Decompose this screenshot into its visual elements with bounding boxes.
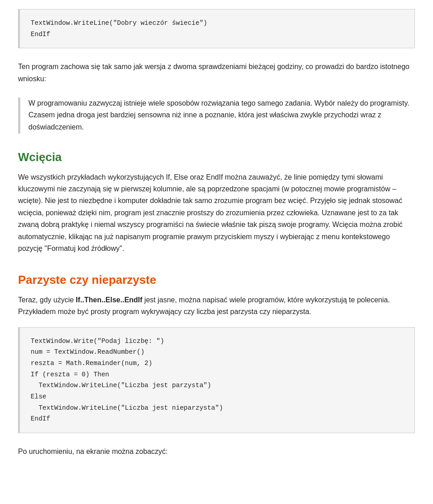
section-parzyste-body-prefix: Teraz, gdy użycie (18, 296, 76, 304)
section-parzyste-body-bold: If..Then..Else..EndIf (76, 296, 143, 304)
intro-paragraph: Ten program zachowa się tak samo jak wer… (18, 61, 415, 85)
section-parzyste: Parzyste czy nieparzyste Teraz, gdy użyc… (18, 271, 415, 318)
blockquote-container: W programowaniu zazwyczaj istnieje wiele… (18, 97, 415, 134)
section-wcięcia: Wcięcia We wszystkich przykładach wykorz… (18, 148, 415, 254)
page-container: TextWindow.WriteLine("Dobry wieczór świe… (0, 0, 433, 476)
code-block-2: TextWindow.Write("Podaj liczbę: ") num =… (18, 327, 415, 433)
section-parzyste-body: Teraz, gdy użycie If..Then..Else..EndIf … (18, 294, 415, 318)
blockquote-bar (18, 97, 20, 134)
section-wcięcia-body: We wszystkich przykładach wykorzystujący… (18, 171, 415, 255)
outro-paragraph: Po uruchomieniu, na ekranie można zobacz… (18, 446, 415, 458)
section-wcięcia-heading: Wcięcia (18, 148, 415, 167)
blockquote-text: W programowaniu zazwyczaj istnieje wiele… (28, 97, 415, 133)
code-block-1: TextWindow.WriteLine("Dobry wieczór świe… (18, 9, 415, 48)
section-parzyste-heading: Parzyste czy nieparzyste (18, 271, 415, 290)
